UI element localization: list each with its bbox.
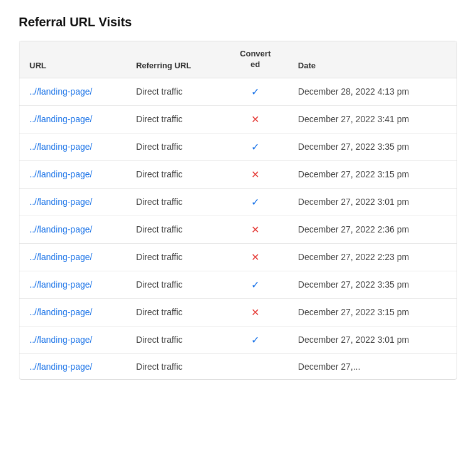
cell-date: December 27, 2022 3:41 pm (288, 105, 457, 133)
check-icon: ✓ (251, 279, 259, 290)
cross-icon: ✕ (251, 169, 259, 180)
cell-referring-url: Direct traffic (126, 105, 222, 133)
cell-url[interactable]: ..//landing-page/ (19, 160, 126, 188)
cell-converted: ✕ (223, 216, 288, 243)
table-row: ..//landing-page/Direct trafficDecember … (19, 353, 457, 379)
cell-url[interactable]: ..//landing-page/ (19, 78, 126, 105)
table-row: ..//landing-page/Direct traffic✓December… (19, 271, 457, 298)
cell-date: December 28, 2022 4:13 pm (288, 78, 457, 105)
cell-referring-url: Direct traffic (126, 188, 222, 216)
page-title: Referral URL Visits (19, 15, 457, 29)
cell-url[interactable]: ..//landing-page/ (19, 243, 126, 271)
table-row: ..//landing-page/Direct traffic✕December… (19, 105, 457, 133)
check-icon: ✓ (251, 142, 259, 152)
cell-url[interactable]: ..//landing-page/ (19, 298, 126, 326)
cell-date: December 27, 2022 2:23 pm (288, 243, 457, 271)
cell-converted: ✕ (223, 243, 288, 271)
check-icon: ✓ (251, 335, 259, 345)
cell-converted: ✓ (223, 133, 288, 160)
table-row: ..//landing-page/Direct traffic✕December… (19, 298, 457, 326)
col-header-referring-url: Referring URL (126, 41, 222, 78)
cell-converted: ✕ (223, 160, 288, 188)
cell-referring-url: Direct traffic (126, 271, 222, 298)
cell-date: December 27, 2022 3:15 pm (288, 298, 457, 326)
cell-referring-url: Direct traffic (126, 243, 222, 271)
cell-url[interactable]: ..//landing-page/ (19, 271, 126, 298)
cell-referring-url: Direct traffic (126, 216, 222, 243)
cell-url[interactable]: ..//landing-page/ (19, 105, 126, 133)
table-header-row: URL Referring URL Converted Date (19, 41, 457, 78)
cell-url[interactable]: ..//landing-page/ (19, 188, 126, 216)
cell-referring-url: Direct traffic (126, 133, 222, 160)
cell-date: December 27,... (288, 353, 457, 379)
table-row: ..//landing-page/Direct traffic✕December… (19, 160, 457, 188)
referral-visits-table: URL Referring URL Converted Date ..//lan… (19, 41, 457, 380)
cell-converted: ✕ (223, 298, 288, 326)
table-row: ..//landing-page/Direct traffic✓December… (19, 326, 457, 353)
cell-converted: ✓ (223, 271, 288, 298)
cell-date: December 27, 2022 2:36 pm (288, 216, 457, 243)
table-row: ..//landing-page/Direct traffic✕December… (19, 243, 457, 271)
cell-referring-url: Direct traffic (126, 353, 222, 379)
cell-converted: ✓ (223, 326, 288, 353)
table-row: ..//landing-page/Direct traffic✓December… (19, 188, 457, 216)
cell-converted: ✓ (223, 78, 288, 105)
cell-converted: ✓ (223, 188, 288, 216)
table-row: ..//landing-page/Direct traffic✓December… (19, 133, 457, 160)
cell-url[interactable]: ..//landing-page/ (19, 216, 126, 243)
cross-icon: ✕ (251, 114, 259, 125)
check-icon: ✓ (251, 86, 259, 97)
table-row: ..//landing-page/Direct traffic✕December… (19, 216, 457, 243)
cell-url[interactable]: ..//landing-page/ (19, 353, 126, 379)
cell-url[interactable]: ..//landing-page/ (19, 326, 126, 353)
cell-referring-url: Direct traffic (126, 160, 222, 188)
cross-icon: ✕ (251, 252, 259, 263)
cell-converted: ✕ (223, 105, 288, 133)
check-icon: ✓ (251, 197, 259, 207)
col-header-url: URL (19, 41, 126, 78)
cell-date: December 27, 2022 3:01 pm (288, 188, 457, 216)
cell-date: December 27, 2022 3:01 pm (288, 326, 457, 353)
cell-converted (223, 353, 288, 379)
cell-referring-url: Direct traffic (126, 78, 222, 105)
cell-referring-url: Direct traffic (126, 326, 222, 353)
table-row: ..//landing-page/Direct traffic✓December… (19, 78, 457, 105)
cell-date: December 27, 2022 3:15 pm (288, 160, 457, 188)
cross-icon: ✕ (251, 224, 259, 235)
cross-icon: ✕ (251, 307, 259, 318)
cell-date: December 27, 2022 3:35 pm (288, 133, 457, 160)
cell-date: December 27, 2022 3:35 pm (288, 271, 457, 298)
cell-referring-url: Direct traffic (126, 298, 222, 326)
col-header-converted: Converted (223, 41, 288, 78)
col-header-date: Date (288, 41, 457, 78)
cell-url[interactable]: ..//landing-page/ (19, 133, 126, 160)
